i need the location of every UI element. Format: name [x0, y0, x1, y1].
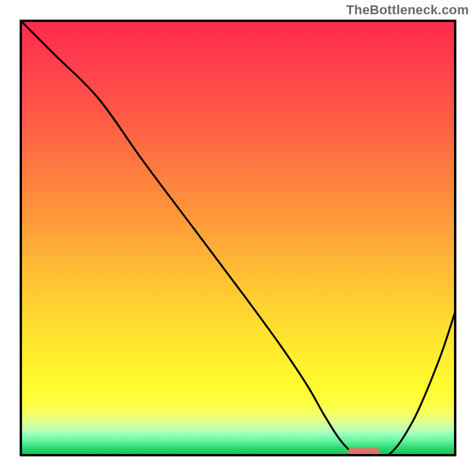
- curve-svg: [20, 20, 456, 456]
- bottleneck-curve: [20, 20, 456, 456]
- chart-stage: TheBottleneck.com: [0, 0, 476, 476]
- target-marker: [347, 448, 380, 456]
- plot-area: [20, 20, 456, 456]
- watermark-text: TheBottleneck.com: [346, 2, 469, 18]
